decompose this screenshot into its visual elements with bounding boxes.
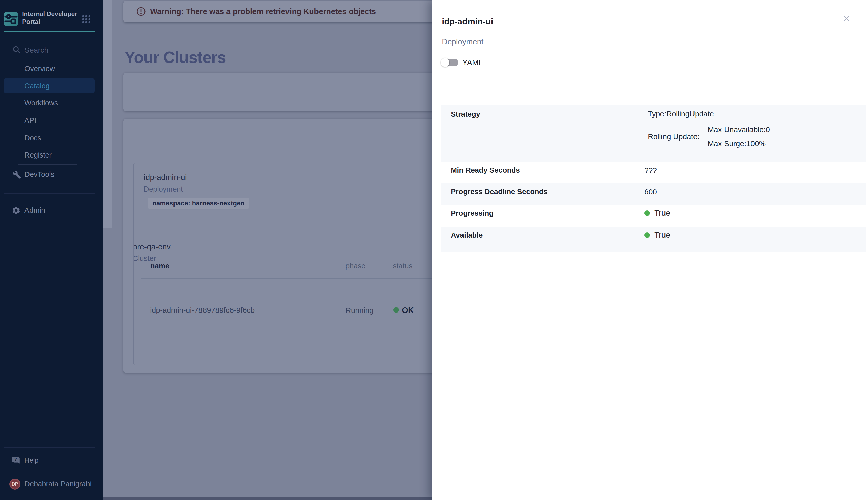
idp-logo-icon bbox=[4, 12, 18, 26]
detail-row-progressing: Progressing True bbox=[441, 205, 866, 227]
rolling-update-label: Rolling Update: bbox=[648, 132, 700, 141]
sidebar: Internal Developer Portal Search Overvie… bbox=[0, 0, 103, 500]
yaml-toggle-label: YAML bbox=[462, 59, 483, 67]
detail-row-strategy: Strategy Type:RollingUpdate Rolling Upda… bbox=[441, 105, 866, 162]
sidebar-item-catalog[interactable]: Catalog bbox=[24, 82, 50, 90]
status-dot bbox=[644, 232, 650, 238]
search-underline bbox=[19, 58, 77, 58]
deployment-name: idp-admin-ui bbox=[144, 173, 187, 182]
cluster-card-qa-env[interactable]: qa-env Cluster bbox=[123, 73, 432, 111]
sidebar-section-divider bbox=[19, 164, 77, 164]
max-surge: Max Surge:100% bbox=[708, 139, 770, 148]
sidebar-item-workflows[interactable]: Workflows bbox=[24, 99, 58, 107]
sidebar-item-docs[interactable]: Docs bbox=[24, 134, 41, 142]
detail-value: True bbox=[654, 230, 670, 240]
sidebar-item-api[interactable]: API bbox=[24, 116, 36, 125]
sidebar-item-help[interactable]: Help bbox=[24, 456, 38, 465]
app-root: Internal Developer Portal Search Overvie… bbox=[0, 0, 868, 500]
drawer-subtitle: Deployment bbox=[442, 37, 483, 46]
sidebar-item-register[interactable]: Register bbox=[24, 151, 52, 159]
detail-value: True bbox=[654, 209, 670, 218]
close-x-icon bbox=[843, 15, 850, 23]
main-scrollbar-thumb-horizontal[interactable] bbox=[103, 497, 432, 500]
status-dot bbox=[644, 211, 650, 216]
sidebar-section-divider bbox=[4, 193, 95, 194]
search-input: Search bbox=[24, 46, 48, 55]
detail-value: 600 bbox=[644, 188, 657, 196]
strategy-type: Type:RollingUpdate bbox=[648, 110, 770, 118]
svg-text:?: ? bbox=[14, 457, 17, 462]
table-divider bbox=[141, 279, 432, 279]
detail-row-progress-deadline-seconds: Progress Deadline Seconds 600 bbox=[441, 183, 866, 205]
sidebar-search[interactable]: Search bbox=[0, 44, 103, 59]
cluster-card-pre-qa-env[interactable]: pre-qa-env Cluster idp-admin-ui Deployme… bbox=[123, 119, 432, 373]
column-header-phase[interactable]: phase bbox=[345, 262, 365, 270]
apps-grid-icon[interactable] bbox=[82, 15, 91, 24]
detail-label: Progressing bbox=[451, 209, 493, 217]
help-chat-icon: ? bbox=[11, 456, 21, 465]
sidebar-section-divider bbox=[4, 447, 95, 448]
avatar[interactable]: DP bbox=[9, 479, 20, 490]
deployment-kind: Deployment bbox=[144, 185, 183, 193]
detail-label: Min Ready Seconds bbox=[451, 166, 520, 174]
status-dot bbox=[393, 307, 399, 313]
drawer-title: idp-admin-ui bbox=[442, 16, 493, 26]
detail-label: Strategy bbox=[451, 110, 480, 118]
sidebar-divider-accent bbox=[4, 31, 94, 32]
warning-banner-text: Warning: There was a problem retrieving … bbox=[150, 7, 376, 16]
user-name[interactable]: Debabrata Panigrahi bbox=[24, 480, 91, 488]
main-content-dimmed[interactable]: Warning: There was a problem retrieving … bbox=[103, 0, 432, 500]
sidebar-item-admin[interactable]: Admin bbox=[24, 206, 45, 215]
yaml-toggle[interactable] bbox=[441, 59, 458, 66]
detail-value: ??? bbox=[644, 166, 657, 175]
table-divider bbox=[141, 359, 432, 359]
detail-label: Available bbox=[451, 231, 483, 239]
page-title: Your Clusters bbox=[125, 48, 226, 67]
detail-label: Progress Deadline Seconds bbox=[451, 188, 548, 196]
search-icon bbox=[12, 45, 21, 54]
warning-circle-icon bbox=[136, 7, 146, 16]
detail-row-available: Available True bbox=[441, 227, 866, 251]
pod-name: idp-admin-ui-7889789fc6-9f6cb bbox=[150, 306, 255, 315]
pod-phase: Running bbox=[345, 306, 374, 315]
warning-banner: Warning: There was a problem retrieving … bbox=[123, 1, 432, 22]
brand-title: Internal Developer Portal bbox=[22, 10, 81, 26]
strategy-value: Type:RollingUpdate Rolling Update: Max U… bbox=[644, 110, 770, 148]
namespace-chip: namespace: harness-nextgen bbox=[147, 198, 249, 209]
column-header-status[interactable]: status bbox=[393, 262, 412, 270]
gear-icon bbox=[12, 206, 21, 215]
wrench-icon bbox=[13, 170, 21, 179]
main-scrollbar-thumb-vertical[interactable] bbox=[103, 0, 112, 228]
deployment-details-table: Strategy Type:RollingUpdate Rolling Upda… bbox=[441, 105, 866, 251]
pod-status: OK bbox=[402, 306, 414, 315]
sidebar-item-devtools[interactable]: DevTools bbox=[24, 170, 55, 179]
sidebar-item-overview[interactable]: Overview bbox=[24, 64, 55, 73]
column-header-name[interactable]: name bbox=[150, 262, 169, 270]
max-unavailable: Max Unavailable:0 bbox=[708, 125, 770, 134]
details-drawer: idp-admin-ui Deployment YAML Strategy Ty… bbox=[432, 0, 868, 500]
close-button[interactable] bbox=[841, 13, 853, 25]
deployment-card-idp-admin-ui[interactable]: idp-admin-ui Deployment namespace: harne… bbox=[133, 162, 432, 365]
detail-row-min-ready-seconds: Min Ready Seconds ??? bbox=[441, 162, 866, 183]
yaml-toggle-knob bbox=[441, 58, 449, 67]
